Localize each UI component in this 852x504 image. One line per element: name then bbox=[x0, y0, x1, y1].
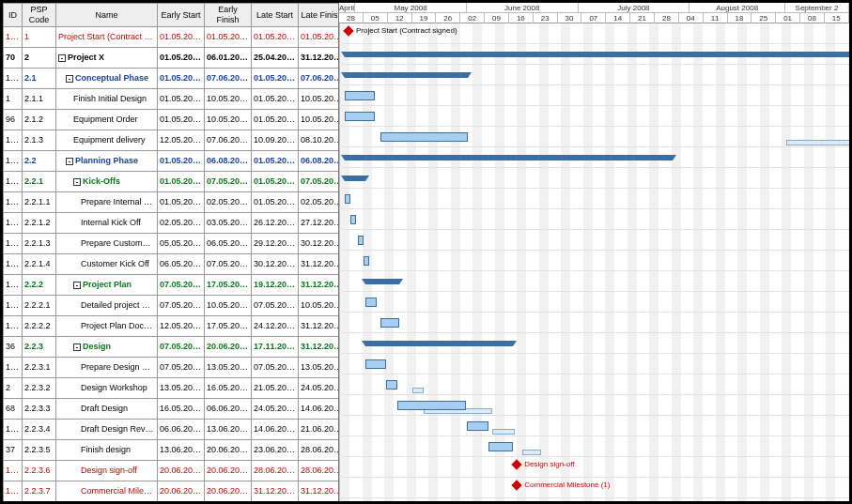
milestone-diamond-icon[interactable] bbox=[512, 459, 522, 469]
table-row[interactable]: 1552.2.3.7Commercial Milestone (1)20.06.… bbox=[4, 481, 340, 502]
table-row[interactable]: 1502.2.2-Project Plan07.05.200817.05.200… bbox=[4, 275, 340, 296]
cell-name: Equipment Order bbox=[56, 110, 158, 130]
table-row[interactable]: 702-Project X01.05.200806.01.200925.04.2… bbox=[4, 48, 340, 69]
gantt-summary-bar[interactable] bbox=[345, 72, 469, 78]
outline-toggle-icon[interactable]: - bbox=[58, 54, 66, 62]
table-row[interactable]: 1452.2.1.4Customer Kick Off06.05.200807.… bbox=[4, 254, 340, 275]
milestone-diamond-icon[interactable] bbox=[512, 480, 522, 490]
gantt-late-bar[interactable] bbox=[412, 388, 424, 393]
table-row[interactable]: 22.2.3.2Design Workshop13.05.200816.05.2… bbox=[4, 378, 340, 399]
outline-toggle-icon[interactable]: - bbox=[66, 158, 73, 165]
cell-psp: 2.2.3 bbox=[23, 337, 56, 358]
gantt-task-bar[interactable] bbox=[358, 236, 364, 245]
cell-id: 36 bbox=[4, 337, 23, 358]
cell-ls: 30.12.2008 bbox=[252, 254, 299, 275]
gantt-task-bar[interactable] bbox=[380, 318, 399, 328]
col-late-start[interactable]: Late Start bbox=[252, 4, 299, 27]
table-row[interactable]: 12.1.1Finish Initial Design01.05.200810.… bbox=[4, 89, 340, 110]
cell-ls: 10.09.2008 bbox=[252, 130, 299, 151]
task-name-label: Project X bbox=[68, 53, 104, 62]
gantt-summary-bar[interactable] bbox=[365, 279, 399, 284]
gantt-task-bar[interactable] bbox=[380, 132, 469, 142]
table-row[interactable]: 372.2.3.5Finish design13.06.200820.06.20… bbox=[4, 440, 340, 461]
milestone-diamond-icon[interactable] bbox=[343, 25, 353, 36]
gantt-row bbox=[339, 230, 849, 251]
gantt-task-bar[interactable] bbox=[345, 112, 375, 121]
gantt-row bbox=[339, 374, 849, 395]
gantt-task-bar[interactable] bbox=[397, 401, 467, 410]
gantt-task-bar[interactable] bbox=[350, 215, 356, 224]
gantt-row bbox=[339, 147, 849, 168]
gantt-task-bar[interactable] bbox=[386, 380, 397, 389]
gantt-summary-bar[interactable] bbox=[345, 52, 849, 57]
table-row[interactable]: 1172.2.1.2Internal Kick Off02.05.200803.… bbox=[4, 213, 340, 234]
gantt-task-bar[interactable] bbox=[467, 421, 489, 431]
timeline-week: 08 bbox=[800, 13, 825, 23]
outline-toggle-icon[interactable]: - bbox=[66, 75, 73, 83]
cell-name: -Project Plan bbox=[56, 275, 158, 296]
cell-ls: 07.05.2008 bbox=[252, 296, 299, 316]
timeline-month: September 2 bbox=[785, 3, 849, 12]
cell-name: Draft Design bbox=[56, 399, 158, 420]
cell-lf: 31.12.2008 bbox=[299, 254, 340, 275]
gantt-row bbox=[339, 292, 849, 313]
cell-ls: 17.11.2008 bbox=[252, 337, 299, 358]
gantt-task-bar[interactable] bbox=[364, 256, 369, 266]
table-row[interactable]: 1652.2.3.1Prepare Design Workshop07.05.2… bbox=[4, 358, 340, 378]
cell-id: 139 bbox=[4, 151, 23, 172]
table-row[interactable]: 1662.2.3.4Draft Design Review06.06.20081… bbox=[4, 420, 340, 440]
cell-lf: 10.05.2008 bbox=[299, 296, 340, 316]
table-row[interactable]: 1522.2.3.6Design sign-off20.06.200820.06… bbox=[4, 461, 340, 481]
table-row[interactable]: 1062.1.3Equipment delivery12.05.200807.0… bbox=[4, 130, 340, 151]
table-row[interactable]: 962.1.2Equipment Order01.05.200810.05.20… bbox=[4, 110, 340, 130]
task-name-label: Finish Initial Design bbox=[73, 94, 147, 103]
table-row[interactable]: 1482.2.1.3Prepare Customer Kick O05.05.2… bbox=[4, 234, 340, 254]
table-row[interactable]: 1152.2.2.2Project Plan Document12.05.200… bbox=[4, 316, 340, 337]
cell-lf: 31.12.2008 bbox=[299, 275, 340, 296]
cell-name: Project Start (Contract signed) bbox=[56, 27, 158, 48]
cell-lf: 14.06.2008 bbox=[299, 399, 340, 420]
cell-ef: 17.05.2008 bbox=[205, 316, 252, 337]
gantt-late-bar[interactable] bbox=[522, 450, 541, 455]
gantt-summary-bar[interactable] bbox=[345, 176, 365, 181]
gantt-task-bar[interactable] bbox=[488, 442, 513, 451]
gantt-late-bar[interactable] bbox=[786, 140, 849, 145]
table-row[interactable]: 362.2.3-Design07.05.200820.06.200817.11.… bbox=[4, 337, 340, 358]
col-early-finish[interactable]: Early Finish bbox=[205, 4, 252, 27]
col-late-finish[interactable]: Late Finish bbox=[299, 4, 340, 27]
gantt-summary-bar[interactable] bbox=[345, 155, 673, 160]
gantt-task-bar[interactable] bbox=[365, 298, 377, 307]
col-id[interactable]: ID bbox=[4, 4, 23, 27]
cell-name: -Design bbox=[56, 337, 158, 358]
col-psp-code[interactable]: PSP Code bbox=[23, 4, 56, 27]
table-row[interactable]: 1512.2.2.1Detailed project Plan07.05.200… bbox=[4, 296, 340, 316]
table-row[interactable]: 1462.2.1-Kick-Offs01.05.200807.05.200801… bbox=[4, 172, 340, 192]
col-early-start[interactable]: Early Start bbox=[158, 4, 205, 27]
gantt-panel[interactable]: April 200May 2008June 2008July 2008Augus… bbox=[339, 3, 849, 501]
col-name[interactable]: Name bbox=[56, 4, 158, 27]
table-row[interactable]: 1382.1-Conceptual Phase01.05.200807.06.2… bbox=[4, 69, 340, 89]
gantt-task-bar[interactable] bbox=[345, 91, 375, 100]
gantt-late-bar[interactable] bbox=[492, 429, 515, 435]
gantt-task-bar[interactable] bbox=[365, 359, 386, 369]
cell-es: 20.06.2008 bbox=[158, 481, 205, 502]
timeline-week: 01 bbox=[776, 13, 800, 23]
table-row[interactable]: 1441Project Start (Contract signed)01.05… bbox=[4, 27, 340, 48]
table-row[interactable]: 682.2.3.3Draft Design16.05.200806.06.200… bbox=[4, 399, 340, 420]
table-row[interactable]: 1472.2.1.1Prepare Internal Kick Off01.05… bbox=[4, 192, 340, 213]
outline-toggle-icon[interactable]: - bbox=[73, 178, 81, 186]
table-row[interactable]: 1392.2-Planning Phase01.05.200806.08.200… bbox=[4, 151, 340, 172]
cell-psp: 2.2 bbox=[23, 151, 56, 172]
cell-ef: 13.06.2008 bbox=[205, 420, 252, 440]
gantt-summary-bar[interactable] bbox=[365, 341, 513, 346]
timeline-month: June 2008 bbox=[467, 3, 579, 12]
timeline-week: 18 bbox=[728, 13, 752, 23]
cell-id: 138 bbox=[4, 69, 23, 89]
cell-ef: 02.05.2008 bbox=[205, 192, 252, 213]
task-name-label: Conceptual Phase bbox=[75, 73, 148, 83]
outline-toggle-icon[interactable]: - bbox=[73, 344, 81, 351]
cell-name: -Conceptual Phase bbox=[56, 69, 158, 89]
cell-ef: 03.05.2008 bbox=[205, 213, 252, 234]
gantt-task-bar[interactable] bbox=[345, 194, 350, 204]
outline-toggle-icon[interactable]: - bbox=[73, 282, 81, 289]
